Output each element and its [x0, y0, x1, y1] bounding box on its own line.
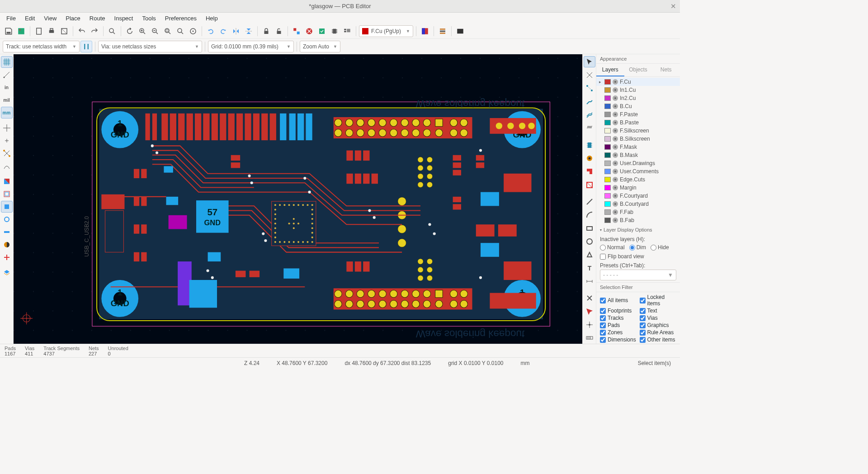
zoom-center-icon[interactable]: [187, 25, 199, 37]
footprint-editor-icon[interactable]: [329, 25, 340, 37]
layers-panel-toggle-icon[interactable]: [1, 267, 13, 279]
mils-icon[interactable]: mil: [1, 94, 13, 106]
grid-selector[interactable]: Grid: 0.0100 mm (0.39 mils)▼: [208, 41, 294, 52]
layer-row-f-fab[interactable]: F.Fab: [596, 208, 680, 216]
draw-line-icon[interactable]: [584, 196, 595, 207]
rotate-cw-icon[interactable]: [217, 25, 229, 37]
cursor-full-icon[interactable]: [1, 122, 13, 134]
net-import-icon[interactable]: [291, 25, 302, 37]
inches-icon[interactable]: in: [1, 81, 13, 93]
pcb-canvas[interactable]: Wave soldering keepout Wave soldering ke…: [14, 54, 582, 344]
undo-icon[interactable]: [76, 25, 88, 37]
layer-display-options-title[interactable]: ▾Layer Display Options: [596, 225, 680, 234]
draw-circle-icon[interactable]: [584, 236, 595, 247]
menu-view[interactable]: View: [39, 14, 61, 23]
layer-row-b-fab[interactable]: B.Fab: [596, 216, 680, 224]
track-width-selector[interactable]: Track: use netclass width▼: [3, 41, 80, 52]
menu-route[interactable]: Route: [85, 14, 110, 23]
zoom-selection-icon[interactable]: [175, 25, 186, 37]
high-contrast-icon[interactable]: [1, 239, 13, 251]
tune-length-icon[interactable]: [584, 123, 595, 134]
presets-selector[interactable]: - - - - -▼: [600, 270, 676, 280]
print-icon[interactable]: [46, 25, 57, 37]
layer-row-in2-cu[interactable]: In2.Cu: [596, 94, 680, 102]
filter-all-items[interactable]: All items: [600, 294, 637, 307]
layer-selector[interactable]: F.Cu (PgUp) ▼: [359, 25, 413, 37]
erc-icon[interactable]: [303, 25, 315, 37]
delete-icon[interactable]: [584, 293, 595, 304]
radio-hide[interactable]: Hide: [651, 244, 669, 251]
find-icon[interactable]: [106, 25, 118, 37]
render-icon[interactable]: [454, 25, 466, 37]
tab-layers[interactable]: Layers: [596, 64, 624, 76]
zoom-fit-icon[interactable]: [162, 25, 174, 37]
filter-dimensions[interactable]: Dimensions: [600, 337, 637, 343]
layer-row-user-drawings[interactable]: User.Drawings: [596, 159, 680, 167]
add-footprint-icon[interactable]: [584, 139, 595, 151]
menu-preferences[interactable]: Preferences: [160, 14, 201, 23]
curved-ratsnest-icon[interactable]: [1, 160, 13, 172]
footprint-browser-icon[interactable]: [341, 25, 353, 37]
net-highlight-icon[interactable]: [1, 251, 13, 263]
filter-zones[interactable]: Zones: [600, 329, 637, 336]
rotate-ccw-icon[interactable]: [205, 25, 217, 37]
filter-tracks[interactable]: Tracks: [600, 315, 637, 321]
layer-row-in1-cu[interactable]: In1.Cu: [596, 86, 680, 94]
add-via-icon[interactable]: [584, 152, 595, 164]
layer-row-f-cu[interactable]: ▸F.Cu: [596, 78, 680, 86]
add-zone-icon[interactable]: [584, 166, 595, 177]
via-size-selector[interactable]: Via: use netclass sizes▼: [98, 41, 202, 52]
unlock-icon[interactable]: [273, 25, 285, 37]
layers-manager-icon[interactable]: [437, 25, 448, 37]
layer-list[interactable]: ▸F.CuIn1.CuIn2.CuB.CuF.PasteB.PasteF.Sil…: [596, 77, 680, 225]
mirror-v-icon[interactable]: [243, 25, 255, 37]
pad-display-icon[interactable]: [1, 201, 13, 213]
local-ratsnest-icon[interactable]: [584, 83, 595, 94]
radio-dim[interactable]: Dim: [629, 244, 646, 251]
menu-help[interactable]: Help: [201, 14, 222, 23]
filter-rule-areas[interactable]: Rule Areas: [640, 329, 677, 336]
add-dimension-icon[interactable]: [584, 275, 595, 287]
save-icon[interactable]: [3, 25, 14, 37]
menu-inspect[interactable]: Inspect: [110, 14, 138, 23]
filter-pads[interactable]: Pads: [600, 322, 637, 328]
layer-row-b-silkscreen[interactable]: B.Silkscreen: [596, 135, 680, 143]
anchor-icon[interactable]: [584, 306, 595, 317]
radio-normal[interactable]: Normal: [600, 244, 625, 251]
filter-locked-items[interactable]: Locked items: [640, 294, 677, 307]
tab-nets[interactable]: Nets: [652, 64, 680, 76]
draw-poly-icon[interactable]: [584, 249, 595, 261]
zoom-selector[interactable]: Zoom Auto▼: [300, 41, 340, 52]
layer-row-f-silkscreen[interactable]: F.Silkscreen: [596, 127, 680, 135]
zoom-out-icon[interactable]: [149, 25, 161, 37]
layer-row-f-mask[interactable]: F.Mask: [596, 143, 680, 151]
ratsnest-icon[interactable]: [1, 147, 13, 159]
zone-fill-display-icon[interactable]: [1, 175, 13, 187]
filter-text[interactable]: Text: [640, 308, 677, 314]
cursor-small-icon[interactable]: [1, 135, 13, 147]
mirror-h-icon[interactable]: [230, 25, 242, 37]
layer-row-f-paste[interactable]: F.Paste: [596, 110, 680, 118]
layer-row-b-cu[interactable]: B.Cu: [596, 102, 680, 110]
scripting-icon[interactable]: [419, 25, 431, 37]
menu-place[interactable]: Place: [61, 14, 85, 23]
layer-row-b-mask[interactable]: B.Mask: [596, 151, 680, 159]
filter-footprints[interactable]: Footprints: [600, 308, 637, 314]
menu-tools[interactable]: Tools: [137, 14, 160, 23]
highlight-net-tool-icon[interactable]: [584, 69, 595, 81]
measure-icon[interactable]: [584, 332, 595, 344]
draw-rect-icon[interactable]: [584, 223, 595, 234]
set-origin-icon[interactable]: [584, 319, 595, 330]
redo-icon[interactable]: [89, 25, 100, 37]
page-settings-icon[interactable]: [33, 25, 45, 37]
mm-icon[interactable]: mm: [1, 107, 13, 118]
close-icon[interactable]: ✕: [670, 2, 676, 10]
draw-arc-icon[interactable]: [584, 209, 595, 221]
route-track-icon[interactable]: [584, 96, 595, 107]
grid-toggle-icon[interactable]: [1, 56, 13, 68]
route-diff-pair-icon[interactable]: [584, 109, 595, 120]
menu-edit[interactable]: Edit: [20, 14, 39, 23]
track-width-edit-icon[interactable]: [80, 41, 92, 52]
zone-outline-display-icon[interactable]: [1, 188, 13, 200]
select-tool-icon[interactable]: [584, 56, 595, 67]
